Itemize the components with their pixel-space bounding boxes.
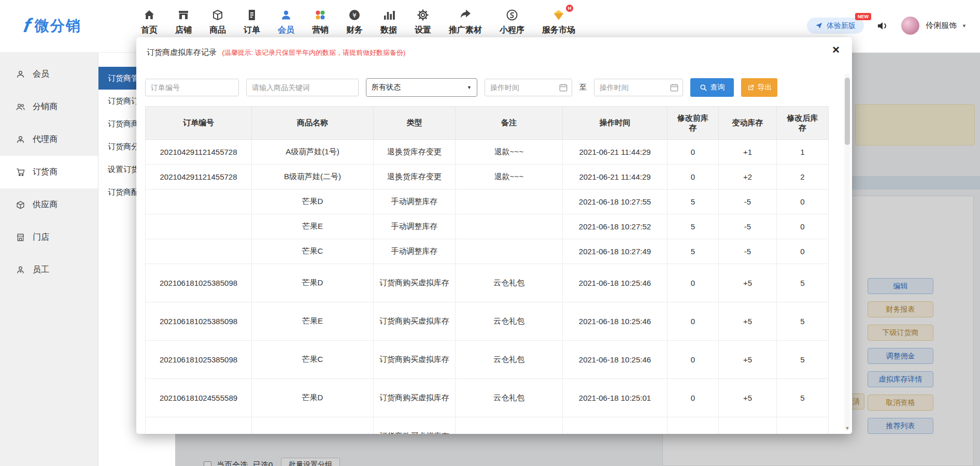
- nav-item-market[interactable]: 服务市场H: [542, 8, 575, 36]
- to-label: 至: [579, 83, 587, 92]
- sidebar-item[interactable]: 供应商: [0, 188, 98, 221]
- table-cell: 5: [667, 239, 719, 264]
- nav-item-finance[interactable]: ¥财务: [346, 8, 363, 36]
- column-header: 商品名称: [252, 107, 374, 140]
- sidebar-item-label: 会员: [33, 69, 49, 80]
- table-cell: 手动调整库存: [374, 190, 456, 214]
- table-cell: [252, 417, 374, 434]
- export-button[interactable]: 导出: [741, 78, 777, 97]
- nav-item-settings[interactable]: 设置: [415, 8, 431, 36]
- table-cell: 5: [667, 190, 719, 214]
- table-cell: 0: [667, 379, 719, 417]
- table-row: 202106181024555589芒果D订货商购买虚拟库存云仓礼包2021-0…: [146, 379, 829, 417]
- nav-label: 营销: [312, 25, 329, 36]
- shop-icon: [177, 8, 190, 22]
- table-cell: 芒果C: [252, 341, 374, 379]
- nav-item-data[interactable]: 数据: [380, 8, 397, 36]
- avatar[interactable]: [901, 17, 919, 35]
- account-name[interactable]: 伶俐服饰: [926, 21, 957, 31]
- sidebar-item[interactable]: 门店: [0, 221, 98, 254]
- goods-icon: [211, 8, 224, 22]
- filter-bar: 所有状态 ▼ 至 查询 导出: [145, 78, 843, 97]
- table-cell: 芒果E: [252, 214, 374, 239]
- modal-scrollbar[interactable]: ▼: [844, 74, 850, 431]
- sidebar-item[interactable]: 员工: [0, 254, 98, 286]
- table-cell: 202106181025385098: [146, 264, 252, 302]
- order-no-input[interactable]: [145, 79, 239, 96]
- orders-icon: [246, 8, 258, 22]
- table-cell: 退款~~~: [456, 165, 563, 190]
- table-cell: 0: [667, 165, 719, 190]
- nav-item-miniapp[interactable]: 小程序: [500, 8, 524, 36]
- table-row: 订货商购买虚拟库存: [146, 417, 829, 434]
- nav-label: 店铺: [175, 25, 192, 36]
- table-cell: 0: [777, 214, 829, 239]
- try-new-button[interactable]: 体验新版 NEW: [807, 18, 864, 34]
- table-cell: 芒果D: [252, 190, 374, 214]
- table-row: 202104291121455728A级葫芦娃(1号)退换货库存变更退款~~~2…: [146, 140, 829, 165]
- table-cell: 芒果D: [252, 379, 374, 417]
- nav-item-members[interactable]: 会员: [278, 8, 294, 36]
- table-cell: [719, 417, 777, 434]
- time-to-input[interactable]: [594, 79, 683, 96]
- staff-icon: [16, 265, 25, 275]
- time-to-field: [594, 79, 683, 96]
- members-icon: [280, 8, 292, 22]
- speaker-icon[interactable]: [876, 20, 889, 32]
- nav-item-goods[interactable]: 商品: [209, 8, 226, 36]
- column-header: 订单编号: [146, 107, 252, 140]
- market-icon: [552, 8, 565, 22]
- table-row: 芒果E手动调整库存2021-06-18 10:27:525-50: [146, 214, 829, 239]
- new-badge: NEW: [855, 13, 871, 20]
- app-logo[interactable]: f 微分销: [24, 14, 81, 37]
- table-row: 芒果D手动调整库存2021-06-18 10:27:555-50: [146, 190, 829, 214]
- table-cell: 订货商购买虚拟库存: [374, 264, 456, 302]
- status-select[interactable]: 所有状态 ▼: [366, 78, 477, 97]
- table-cell: +2: [719, 165, 777, 190]
- table-cell: [456, 417, 563, 434]
- inventory-table-head-row: 订单编号商品名称类型备注操作时间修改前库存变动库存修改后库存: [146, 107, 829, 140]
- scrollbar-thumb[interactable]: [845, 78, 850, 145]
- table-cell: 订货商购买虚拟库存: [374, 341, 456, 379]
- table-cell: [146, 239, 252, 264]
- nav-label: 推广素材: [449, 25, 482, 36]
- export-label: 导出: [758, 83, 772, 92]
- time-from-input[interactable]: [485, 79, 572, 96]
- table-cell: 退换货库存变更: [374, 165, 456, 190]
- table-cell: 0: [777, 239, 829, 264]
- nav-item-marketing[interactable]: 营销: [312, 8, 329, 36]
- table-cell: 芒果C: [252, 239, 374, 264]
- chevron-down-icon: ▼: [467, 85, 472, 90]
- export-icon: [747, 84, 755, 92]
- sidebar-item[interactable]: 分销商: [0, 91, 98, 123]
- try-new-label: 体验新版: [827, 21, 856, 31]
- table-cell: 0: [667, 264, 719, 302]
- table-cell: [456, 214, 563, 239]
- nav-item-orders[interactable]: 订单: [244, 8, 260, 36]
- sidebar-item-label: 代理商: [33, 134, 58, 145]
- search-icon: [700, 84, 707, 92]
- h-badge: H: [566, 5, 573, 12]
- nav-item-shop[interactable]: 店铺: [175, 8, 192, 36]
- sidebar-item[interactable]: 代理商: [0, 123, 98, 156]
- table-cell: +5: [719, 264, 777, 302]
- settings-icon: [417, 8, 429, 22]
- search-button[interactable]: 查询: [690, 78, 734, 97]
- member-icon: [16, 69, 25, 79]
- nav-item-home[interactable]: 首页: [141, 8, 158, 36]
- table-cell: -5: [719, 214, 777, 239]
- supplier-icon: [16, 200, 25, 210]
- nav-item-promo[interactable]: 推广素材: [449, 8, 482, 36]
- keyword-input[interactable]: [246, 79, 359, 96]
- table-cell: [777, 417, 829, 434]
- sidebar-item[interactable]: 会员: [0, 58, 98, 91]
- chevron-down-icon[interactable]: ▼: [962, 23, 967, 28]
- table-cell: 2021-06-18 10:25:46: [563, 264, 667, 302]
- scrollbar-down-arrow[interactable]: ▼: [844, 426, 850, 431]
- close-icon[interactable]: ×: [832, 43, 840, 56]
- table-cell: 1: [777, 140, 829, 165]
- sidebar-item[interactable]: 订货商: [0, 156, 98, 188]
- table-cell: 202104291121455728: [146, 140, 252, 165]
- table-cell: 0: [667, 140, 719, 165]
- orderer-icon: [16, 167, 25, 177]
